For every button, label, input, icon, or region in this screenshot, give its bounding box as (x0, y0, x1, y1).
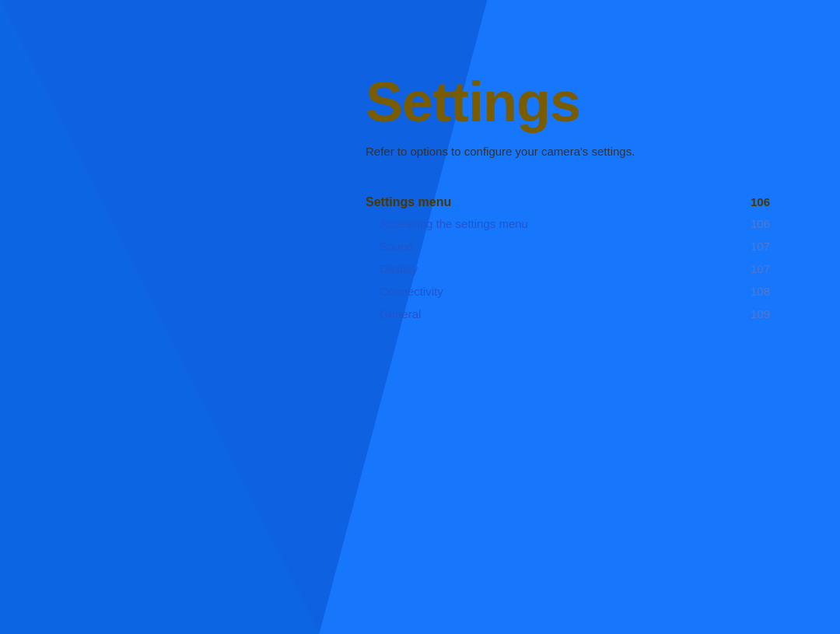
toc-item-display[interactable]: Display 107 (366, 257, 770, 280)
toc-item-page: 108 (751, 285, 770, 298)
toc-item-accessing[interactable]: Accessing the settings menu 106 (366, 212, 770, 235)
toc-item-sound[interactable]: Sound 107 (366, 235, 770, 257)
toc-item-label: Sound (366, 240, 413, 253)
toc-item-label: Connectivity (366, 285, 443, 298)
content-area: Settings Refer to options to configure y… (366, 70, 770, 325)
toc-header-row: Settings menu 106 (366, 192, 770, 212)
toc-item-page: 106 (751, 217, 770, 230)
toc-item-page: 109 (751, 307, 770, 321)
toc-item-label: General (366, 307, 421, 321)
toc-item-page: 107 (751, 240, 770, 253)
toc-item-page: 107 (751, 262, 770, 275)
toc-item-general[interactable]: General 109 (366, 303, 770, 325)
toc-item-connectivity[interactable]: Connectivity 108 (366, 280, 770, 303)
page-subtitle: Refer to options to configure your camer… (366, 145, 770, 158)
page-title: Settings (366, 70, 770, 134)
toc-item-label: Display (366, 262, 418, 275)
toc-item-label: Accessing the settings menu (366, 217, 528, 230)
table-of-contents: Settings menu 106 Accessing the settings… (366, 192, 770, 325)
toc-section-label: Settings menu (366, 195, 451, 209)
toc-section-page: 106 (751, 195, 770, 208)
